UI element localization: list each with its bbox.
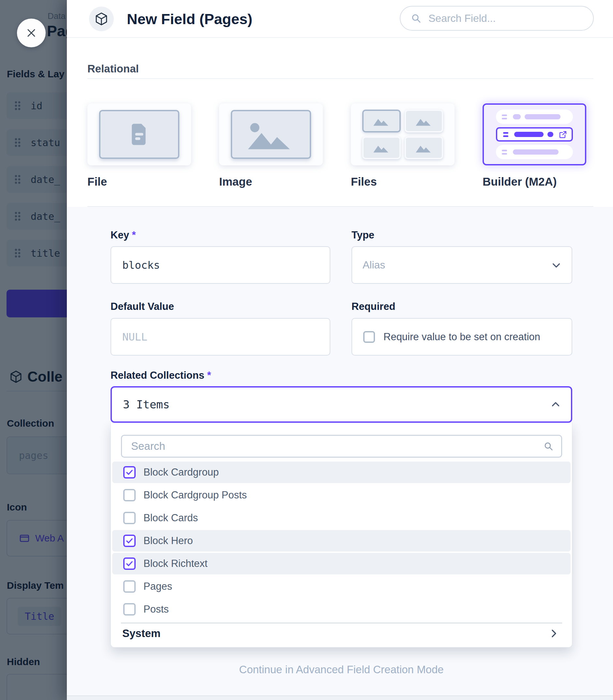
builder-row [496, 145, 573, 159]
required-asterisk: * [132, 229, 136, 241]
relational-divider [87, 78, 594, 79]
builder-row [496, 109, 573, 124]
close-icon [25, 26, 38, 39]
image-thumb-icon [362, 137, 401, 159]
related-collections-label: Related Collections * [110, 370, 211, 381]
default-value-input[interactable] [110, 318, 330, 355]
header-divider [67, 37, 613, 38]
checkbox-icon[interactable] [123, 580, 136, 593]
collection-option[interactable]: Pages [112, 576, 571, 597]
box-icon [94, 12, 108, 26]
external-link-icon [559, 130, 568, 139]
field-type-image[interactable]: Image [219, 103, 323, 188]
chevron-up-icon [549, 398, 562, 411]
checkbox-icon[interactable] [123, 557, 136, 570]
checkbox-icon[interactable] [123, 466, 136, 479]
dropdown-search[interactable] [121, 435, 562, 458]
collection-option-label: Block Hero [143, 535, 193, 547]
require-checkbox[interactable] [363, 331, 375, 343]
collection-list: Block Cardgroup Block Cardgroup Posts Bl… [112, 462, 571, 621]
default-value-label: Default Value [110, 301, 174, 312]
app-canvas: Data Pag Fields & Lay id statu date_ dat… [0, 0, 613, 700]
type-label: Type [352, 229, 374, 241]
advanced-mode-link[interactable]: Continue in Advanced Field Creation Mode [110, 663, 572, 676]
collection-option[interactable]: Block Richtext [112, 553, 571, 574]
field-type-builder-m2a[interactable]: Builder (M2A) [483, 103, 586, 188]
collection-option[interactable]: Posts [112, 598, 571, 620]
related-collections-select[interactable]: 3 Items [110, 386, 572, 423]
field-type-file[interactable]: File [87, 103, 191, 188]
type-select[interactable]: Alias [352, 246, 572, 284]
image-icon [240, 116, 302, 152]
image-thumb-icon [405, 109, 443, 132]
new-field-drawer: New Field (Pages) Relational File [67, 0, 613, 700]
collection-option[interactable]: Block Cards [112, 507, 571, 529]
close-drawer-button[interactable] [17, 18, 45, 47]
collection-option-label: Block Cards [143, 512, 198, 524]
footer-strip [67, 696, 613, 700]
collection-option-label: Pages [143, 581, 172, 592]
dropdown-search-input[interactable] [130, 440, 543, 453]
collection-option-label: Block Cardgroup Posts [143, 489, 247, 501]
key-label: Key * [110, 229, 136, 241]
relational-section-label: Relational [87, 63, 139, 75]
checkbox-icon[interactable] [123, 512, 136, 524]
collection-option[interactable]: Block Cardgroup Posts [112, 484, 571, 506]
file-icon [127, 122, 152, 147]
checkbox-icon[interactable] [123, 489, 136, 501]
builder-row-active [496, 127, 573, 142]
drawer-title: New Field (Pages) [127, 11, 252, 28]
collection-option-label: Posts [143, 604, 169, 615]
modal-overlay[interactable] [0, 0, 67, 700]
required-field: Require value to be set on creation [352, 318, 572, 355]
collection-option-label: Block Cardgroup [143, 466, 219, 478]
required-asterisk: * [207, 370, 211, 381]
search-icon [410, 12, 422, 24]
related-collections-dropdown: Block Cardgroup Block Cardgroup Posts Bl… [110, 423, 572, 648]
image-thumb-icon [405, 137, 443, 159]
collection-option[interactable]: Block Cardgroup [112, 462, 571, 483]
search-icon [543, 441, 554, 452]
field-type-files[interactable]: Files [351, 103, 455, 188]
field-search-input[interactable] [428, 12, 573, 25]
checkbox-icon[interactable] [123, 603, 136, 615]
system-row[interactable]: System [111, 623, 572, 644]
background-sidebar: Data Pag Fields & Lay id statu date_ dat… [0, 0, 67, 700]
drawer-icon-badge [89, 7, 114, 31]
chevron-down-icon [550, 259, 562, 271]
required-label: Required [352, 301, 395, 312]
collection-option[interactable]: Block Hero [112, 530, 571, 552]
field-search[interactable] [400, 6, 594, 31]
key-input[interactable] [110, 246, 330, 284]
image-thumb-icon [362, 109, 401, 132]
collection-option-label: Block Richtext [143, 558, 207, 570]
checkbox-icon[interactable] [123, 535, 136, 547]
chevron-right-icon [547, 627, 560, 640]
